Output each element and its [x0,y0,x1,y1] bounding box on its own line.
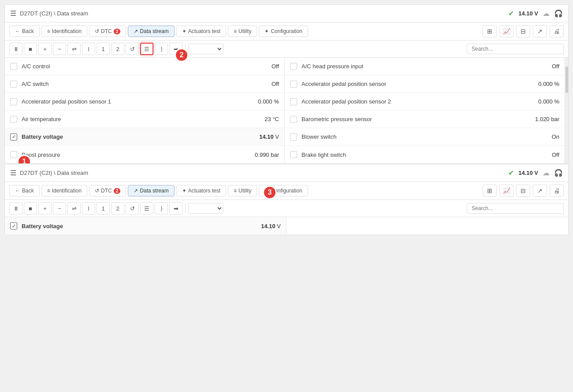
export-btn-2[interactable]: ↗ [533,185,547,197]
table-row: A/C switch Off [5,75,284,93]
scrollbar-1[interactable] [565,58,568,163]
refresh-btn-2[interactable]: ↺ [126,202,139,214]
table-row: ✓ Battery voltage 14.10 V [5,217,286,235]
cloud-icon-2[interactable]: ☁ [543,169,550,177]
data-col-right-1: A/C head pressure input Off Accelerator … [285,58,565,163]
config-icon: ✦ [264,28,269,34]
list-btn-1[interactable]: ☰ [140,43,153,55]
remove-btn-2[interactable]: − [53,202,66,214]
table-row: A/C head pressure input Off [285,58,565,75]
add-btn-1[interactable]: + [38,43,52,55]
next-btn-2[interactable]: ➡ [169,202,182,214]
swap-btn-2[interactable]: ⇌ [67,202,81,214]
filter-btn-1[interactable]: ⟩ [155,43,168,55]
filter-btn-2[interactable]: ⟩ [155,202,168,214]
checkbox-boost[interactable] [10,151,17,158]
pause-btn-1[interactable]: ⏸ [9,43,22,55]
table-btn-2[interactable]: ⊟ [516,185,530,197]
refresh-btn-1[interactable]: ↺ [126,43,139,55]
tab-identification-2[interactable]: ≡ Identification [41,185,87,196]
checkbox-accel-1[interactable] [10,98,17,105]
tab-datastream-2[interactable]: ↗ Data stream [128,185,174,196]
checkbox-air-temp[interactable] [10,116,17,123]
two-btn-1[interactable]: 2 [111,43,124,55]
toolbar-1: ⏸ ■ + − ⇌ I 1 2 ↺ ☰ ⟩ ➡ [5,41,568,58]
utility-icon-2: ≡ [234,188,237,194]
info-btn-1[interactable]: I [82,43,95,55]
sensor-name-ac-control: A/C control [22,63,244,70]
back-button-1[interactable]: ← Back [9,26,40,37]
table-row: Air temperature 23 °C [5,111,284,128]
checkbox-battery-voltage[interactable]: ✓ [10,133,17,141]
config-icon-2: ✦ [264,188,269,194]
checkbox-ac-control[interactable] [10,63,17,70]
hamburger-icon-2[interactable]: ☰ [10,169,16,177]
status-icon-1: ✔ [508,9,514,18]
checkbox-blower[interactable] [290,133,297,141]
sensor-value-ac-head: Off [524,63,559,70]
add-btn-2[interactable]: + [38,202,52,214]
dtc-badge-2: 2 [114,188,121,194]
chart-btn-2[interactable]: 📈 [499,185,513,197]
one-btn-2[interactable]: 1 [97,202,110,214]
back-arrow-icon-2: ← [15,188,20,194]
checkbox-ac-head[interactable] [290,63,297,70]
table-row: Accelerator pedal position sensor 1 0.00… [5,93,284,111]
back-button-2[interactable]: ← Back [9,185,40,196]
two-btn-2[interactable]: 2 [111,202,124,214]
stop-btn-2[interactable]: ■ [24,202,37,214]
table-btn-1[interactable]: ⊟ [516,25,530,37]
sensor-name-ac-switch: A/C switch [22,81,244,87]
cloud-icon-1[interactable]: ☁ [543,9,550,18]
swap-btn-1[interactable]: ⇌ [67,43,81,55]
scrollbar-thumb-1[interactable] [566,67,568,93]
voltage-display-1: 14.10 V [518,10,538,17]
toolbar-2: ⏸ ■ + − ⇌ I 1 2 ↺ ☰ ⟩ ➡ [5,200,568,217]
checkbox-battery-voltage-2[interactable]: ✓ [10,222,17,229]
tab-actuators-1[interactable]: ✦ Actuators test [176,26,226,37]
tab-utility-1[interactable]: ≡ Utility [228,26,257,37]
tab-actuators-2[interactable]: ✦ Actuators test [176,185,226,196]
grid-view-btn-2[interactable]: ⊞ [483,185,497,197]
sensor-value-brake: Off [524,152,559,158]
toolbar-select-2[interactable] [188,203,223,214]
next-btn-1[interactable]: ➡ [169,43,182,55]
header-right-2: ✔ 14.10 V ☁ 🎧 [508,169,563,177]
toolbar-select-1[interactable] [188,44,223,54]
list-btn-2[interactable]: ☰ [140,202,153,214]
headset-icon-1[interactable]: 🎧 [554,9,563,18]
hamburger-icon[interactable]: ☰ [10,9,16,18]
headset-icon-2[interactable]: 🎧 [554,169,563,177]
sensor-name-ac-head: A/C head pressure input [301,63,524,70]
checkbox-ac-switch[interactable] [10,81,17,88]
remove-btn-1[interactable]: − [53,43,66,55]
table-row: A/C control Off [5,58,284,75]
search-input-2[interactable] [467,203,564,214]
checkbox-brake[interactable] [290,151,297,158]
tab-configuration-1[interactable]: ✦ Configuration [259,26,308,37]
print-btn-1[interactable]: 🖨 [550,25,564,37]
search-input-1[interactable] [467,44,564,54]
toolbar-divider-1 [185,44,186,54]
content-area-1: A/C control Off A/C switch Off Accelerat… [5,58,565,163]
checkbox-accel-2[interactable] [290,98,297,105]
tab-identification-1[interactable]: ≡ Identification [41,26,87,37]
print-btn-2[interactable]: 🖨 [550,185,564,197]
tab-dtc-2[interactable]: ↺ DTC 2 [89,185,126,196]
tab-dtc-1[interactable]: ↺ DTC 2 [89,26,126,37]
grid-view-btn-1[interactable]: ⊞ [483,25,497,37]
one-btn-1[interactable]: 1 [97,43,110,55]
pause-btn-2[interactable]: ⏸ [9,202,22,214]
chart-btn-1[interactable]: 📈 [499,25,513,37]
table-row: Accelerator pedal position sensor 2 0.00… [285,93,565,111]
export-btn-1[interactable]: ↗ [533,25,547,37]
tab-datastream-1[interactable]: ↗ Data stream [128,26,174,37]
info-btn-2[interactable]: I [82,202,95,214]
panel-2: 3 ☰ D27DT (C2I) \ Data stream ✔ 14.10 V … [4,164,569,235]
sensor-value-battery-voltage: 14.10 V [244,133,279,140]
tab-configuration-2[interactable]: ✦ Configuration [259,185,308,196]
stop-btn-1[interactable]: ■ [24,43,37,55]
tab-utility-2[interactable]: ≡ Utility [228,185,257,196]
checkbox-baro[interactable] [290,116,297,123]
checkbox-accel-sensor[interactable] [290,81,297,88]
